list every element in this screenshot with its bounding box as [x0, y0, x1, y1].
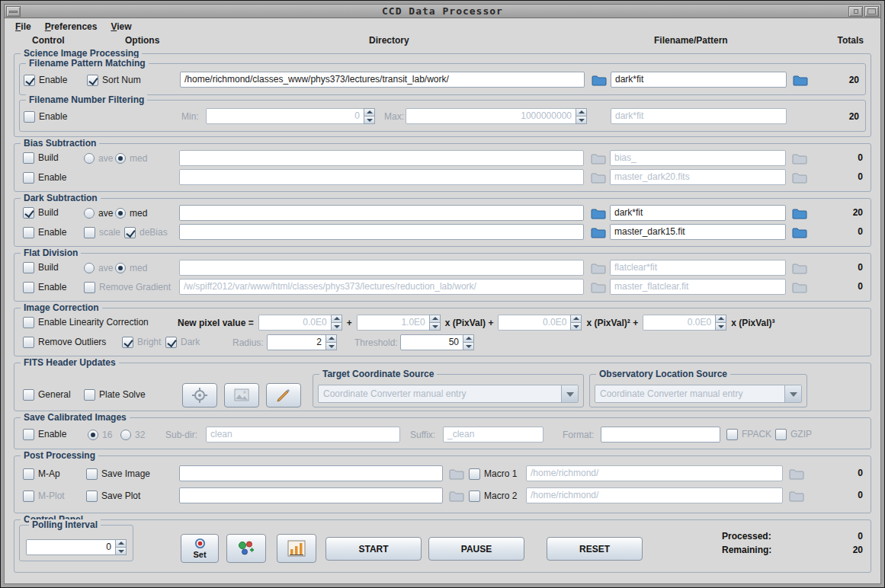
spinner-down-button[interactable] — [570, 322, 582, 331]
macro1-path-field[interactable]: /home/richmond/ — [526, 465, 783, 481]
dark-enable-directory-field[interactable] — [179, 224, 584, 240]
processing-options-button[interactable] — [226, 534, 266, 563]
spinner-value[interactable]: 0.0E0 — [258, 315, 332, 331]
bias-build-checkbox[interactable]: Build — [23, 152, 59, 164]
subdir-field[interactable]: clean — [206, 427, 400, 443]
plot-button[interactable] — [277, 534, 316, 563]
mplot-checkbox[interactable]: M-Plot — [23, 490, 65, 502]
max-spinner[interactable]: 1000000000 — [406, 108, 587, 124]
window-menu-button[interactable] — [6, 6, 21, 17]
save-image-path-field[interactable] — [179, 465, 443, 481]
macro1-browse-button[interactable] — [787, 466, 806, 481]
fits-plate-solve-checkbox[interactable]: Plate Solve — [84, 388, 146, 401]
reset-button[interactable]: RESET — [547, 537, 643, 561]
spinner-down-button[interactable] — [429, 322, 441, 331]
remove-outliers-checkbox[interactable]: Remove Outliers — [23, 336, 106, 348]
bias-enable-filename-browse-button[interactable] — [790, 170, 809, 184]
dark-enable-checkbox[interactable]: Enable — [23, 226, 66, 238]
linearity-correction-checkbox[interactable]: Enable Linearity Correction — [23, 316, 149, 328]
filter-filename-field[interactable]: dark*fit — [611, 108, 787, 124]
start-button[interactable]: START — [325, 537, 422, 561]
save-image-browse-button[interactable] — [447, 466, 466, 481]
pattern-directory-field[interactable]: /home/richmond/classes_www/phys373/lectu… — [180, 72, 585, 88]
format-field[interactable] — [601, 427, 720, 443]
radius-spinner[interactable]: 2 — [267, 334, 337, 350]
bias-build-directory-field[interactable] — [179, 150, 584, 166]
fpack-checkbox[interactable]: FPACK — [726, 428, 771, 440]
bias-enable-filename-field[interactable]: master_dark20.fits — [610, 169, 786, 185]
spinner-value[interactable]: 2 — [267, 334, 326, 350]
set-polling-button[interactable]: Set — [181, 534, 219, 563]
dark-enable-filename-browse-button[interactable] — [790, 225, 809, 239]
macro1-checkbox[interactable]: Macro 1 — [469, 468, 517, 480]
dark-enable-filename-field[interactable]: master_dark15.fit — [610, 224, 786, 240]
flat-build-checkbox[interactable]: Build — [23, 261, 59, 273]
pattern-filename-browse-button[interactable] — [791, 72, 810, 87]
bias-build-directory-browse-button[interactable] — [589, 151, 608, 165]
macro2-browse-button[interactable] — [787, 488, 806, 503]
fits-general-checkbox[interactable]: General — [23, 388, 71, 401]
dark-enable-directory-browse-button[interactable] — [589, 225, 608, 239]
map-checkbox[interactable]: M-Ap — [23, 468, 60, 480]
observatory-source-combo[interactable]: Coordinate Converter manual entry — [595, 385, 802, 403]
target-source-combo[interactable]: Coordinate Converter manual entry — [318, 385, 579, 403]
flat-build-directory-field[interactable] — [179, 260, 584, 276]
pattern-sortnum-checkbox[interactable]: Sort Num — [87, 74, 141, 86]
spinner-down-button[interactable] — [325, 342, 337, 350]
spinner-value[interactable]: 0 — [26, 539, 116, 555]
save-image-checkbox[interactable]: Save Image — [86, 468, 150, 480]
flat-enable-checkbox[interactable]: Enable — [23, 281, 66, 293]
flat-enable-directory-browse-button[interactable] — [589, 280, 608, 294]
flat-enable-directory-field[interactable]: /w/spiff2012/var/www/html/classes/phys37… — [179, 279, 584, 295]
save-plot-checkbox[interactable]: Save Plot — [86, 490, 140, 502]
maximize-button[interactable] — [864, 6, 879, 17]
outliers-bright-checkbox[interactable]: Bright — [122, 336, 161, 348]
spinner-value[interactable]: 0 — [206, 108, 364, 124]
flat-ave-radio[interactable]: ave — [84, 262, 113, 273]
spinner-down-button[interactable] — [576, 116, 587, 124]
bits-32-radio[interactable]: 32 — [120, 429, 145, 440]
bias-enable-directory-field[interactable] — [179, 169, 584, 185]
chevron-down-icon[interactable] — [561, 385, 578, 402]
coeff2-spinner[interactable]: 0.0E0 — [498, 315, 582, 331]
spinner-value[interactable]: 50 — [400, 334, 463, 350]
dark-scale-checkbox[interactable]: scale — [84, 226, 120, 238]
coeff3-spinner[interactable]: 0.0E0 — [643, 315, 726, 331]
bias-enable-checkbox[interactable]: Enable — [23, 171, 66, 184]
pattern-filename-field[interactable]: dark*fit — [611, 72, 787, 88]
bias-enable-directory-browse-button[interactable] — [589, 170, 608, 184]
spinner-down-button[interactable] — [364, 116, 375, 124]
save-enable-checkbox[interactable]: Enable — [23, 428, 66, 440]
dark-build-directory-browse-button[interactable] — [589, 206, 608, 220]
dark-ave-radio[interactable]: ave — [84, 207, 113, 219]
spinner-value[interactable]: 0.0E0 — [643, 315, 716, 331]
dark-build-filename-browse-button[interactable] — [790, 206, 809, 220]
bias-build-filename-field[interactable]: bias_ — [610, 150, 786, 166]
wand-tool-button[interactable] — [266, 383, 301, 407]
flat-remove-gradient-checkbox[interactable]: Remove Gradient — [84, 281, 171, 293]
coeff1-spinner[interactable]: 1.0E0 — [357, 315, 441, 331]
flat-build-filename-field[interactable]: flatclear*fit — [610, 260, 786, 276]
pause-button[interactable]: PAUSE — [428, 537, 524, 561]
pattern-directory-browse-button[interactable] — [590, 72, 608, 87]
dark-build-directory-field[interactable] — [179, 205, 584, 221]
filter-enable-checkbox[interactable]: Enable — [24, 110, 67, 123]
target-tool-button[interactable] — [182, 383, 217, 407]
spinner-down-button[interactable] — [715, 322, 726, 331]
bias-ave-radio[interactable]: ave — [84, 152, 113, 164]
flat-enable-filename-browse-button[interactable] — [790, 280, 809, 294]
titlebar[interactable]: CCD Data Processor — [4, 4, 881, 18]
spinner-down-button[interactable] — [331, 322, 342, 331]
bits-16-radio[interactable]: 16 — [88, 429, 112, 440]
menu-file[interactable]: File — [9, 20, 37, 34]
dark-build-filename-field[interactable]: dark*fit — [610, 205, 786, 221]
menu-view[interactable]: View — [104, 20, 137, 34]
bias-build-filename-browse-button[interactable] — [790, 151, 809, 165]
spinner-value[interactable]: 1.0E0 — [357, 315, 430, 331]
min-spinner[interactable]: 0 — [206, 108, 375, 124]
dark-debias-checkbox[interactable]: deBias — [124, 226, 168, 238]
dark-build-checkbox[interactable]: Build — [23, 206, 59, 219]
spinner-down-button[interactable] — [115, 547, 127, 555]
bias-med-radio[interactable]: med — [115, 152, 147, 164]
flat-med-radio[interactable]: med — [115, 262, 147, 273]
